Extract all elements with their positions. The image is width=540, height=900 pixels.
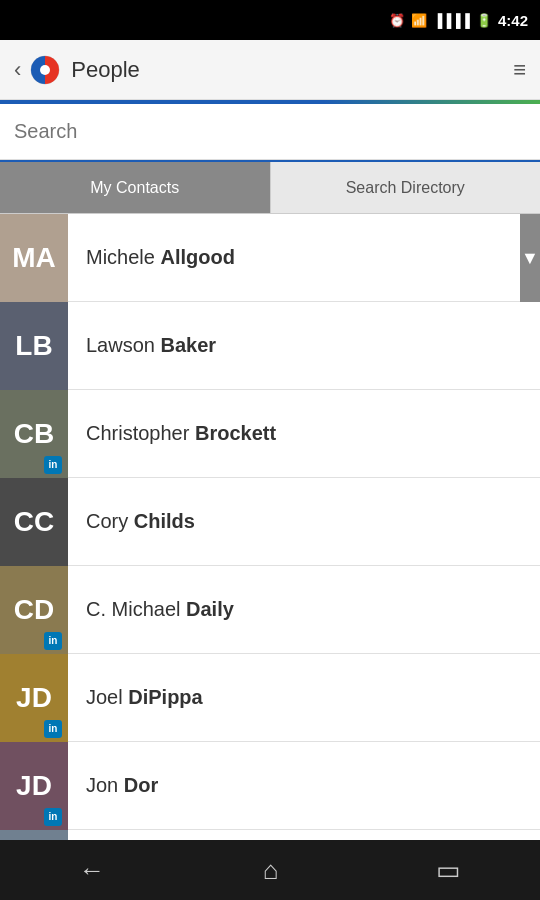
tab-bar: My Contacts Search Directory xyxy=(0,162,540,214)
back-nav-icon[interactable]: ← xyxy=(79,855,105,886)
back-button[interactable]: ‹ xyxy=(14,57,21,83)
list-item[interactable]: CBinChristopher Brockett xyxy=(0,390,540,478)
linkedin-badge: in xyxy=(44,632,62,650)
list-item[interactable]: MAMichele Allgood▼ xyxy=(0,214,540,302)
page-title: People xyxy=(71,57,513,83)
contact-name: Christopher Brockett xyxy=(68,422,276,445)
action-bar: ‹ People ≡ xyxy=(0,40,540,100)
status-icons: ⏰ 📶 ▐▐▐▐ 🔋 4:42 xyxy=(389,12,528,29)
menu-button[interactable]: ≡ xyxy=(513,57,526,83)
alarm-icon: ⏰ xyxy=(389,13,405,28)
list-item[interactable]: DFinDavid Fuqua xyxy=(0,830,540,840)
avatar: CC xyxy=(0,478,68,566)
avatar: DFin xyxy=(0,830,68,841)
avatar: JDin xyxy=(0,742,68,830)
wifi-icon: 📶 xyxy=(411,13,427,28)
svg-point-1 xyxy=(40,65,50,75)
status-time: 4:42 xyxy=(498,12,528,29)
avatar: JDin xyxy=(0,654,68,742)
contact-name: Lawson Baker xyxy=(68,334,216,357)
contact-name: Michele Allgood xyxy=(68,246,235,269)
contact-name: Joel DiPippa xyxy=(68,686,203,709)
avatar: LB xyxy=(0,302,68,390)
list-item[interactable]: CCCory Childs xyxy=(0,478,540,566)
linkedin-badge: in xyxy=(44,720,62,738)
tab-my-contacts[interactable]: My Contacts xyxy=(0,162,270,213)
contact-name: Jon Dor xyxy=(68,774,158,797)
list-item[interactable]: LBLawson Baker xyxy=(0,302,540,390)
contact-name: C. Michael Daily xyxy=(68,598,234,621)
recent-nav-icon[interactable]: ▭ xyxy=(436,855,461,886)
status-bar: ⏰ 📶 ▐▐▐▐ 🔋 4:42 xyxy=(0,0,540,40)
avatar: CBin xyxy=(0,390,68,478)
bottom-nav: ← ⌂ ▭ xyxy=(0,840,540,900)
search-input[interactable] xyxy=(14,114,526,150)
scroll-indicator[interactable]: ▼ xyxy=(520,214,540,302)
avatar: CDin xyxy=(0,566,68,654)
battery-icon: 🔋 xyxy=(476,13,492,28)
list-item[interactable]: JDinJon Dor xyxy=(0,742,540,830)
linkedin-badge: in xyxy=(44,808,62,826)
home-nav-icon[interactable]: ⌂ xyxy=(263,855,279,886)
avatar: MA xyxy=(0,214,68,302)
contact-list: MAMichele Allgood▼LBLawson BakerCBinChri… xyxy=(0,214,540,840)
list-item[interactable]: CDinC. Michael Daily xyxy=(0,566,540,654)
list-item[interactable]: JDinJoel DiPippa xyxy=(0,654,540,742)
signal-icon: ▐▐▐▐ xyxy=(433,13,470,28)
linkedin-badge: in xyxy=(44,456,62,474)
app-logo xyxy=(29,54,61,86)
tab-search-directory[interactable]: Search Directory xyxy=(271,162,541,213)
search-bar xyxy=(0,104,540,160)
contact-name: Cory Childs xyxy=(68,510,195,533)
